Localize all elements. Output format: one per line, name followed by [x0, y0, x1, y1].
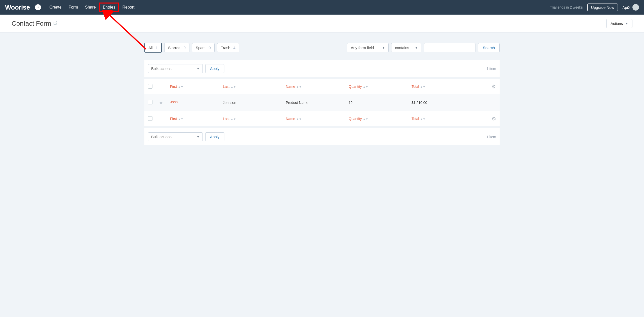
filter-tab-count: 0 — [184, 46, 186, 50]
toolbar-top: Bulk actions Apply 1 item — [144, 60, 500, 77]
bulk-actions-label: Bulk actions — [151, 135, 172, 139]
col-name[interactable]: Name▲▼ — [286, 85, 302, 89]
sort-icon: ▲▼ — [178, 85, 183, 88]
nav-report[interactable]: Report — [119, 3, 138, 12]
toolbar-bottom: Bulk actions Apply 1 item — [144, 128, 500, 145]
sort-icon: ▲▼ — [230, 85, 236, 88]
nav-items: Create Form Share Entries Report — [46, 3, 138, 12]
sort-icon: ▲▼ — [178, 117, 183, 121]
search-area: Any form field contains Search — [347, 43, 500, 52]
nav-create[interactable]: Create — [46, 3, 65, 12]
subheader: Contact Form Actions — [0, 15, 644, 33]
col-quantity[interactable]: Quantity▲▼ — [349, 85, 368, 89]
filter-tab-count: 4 — [233, 46, 235, 50]
user-menu[interactable]: ApiX — [622, 4, 639, 11]
filter-tab-all[interactable]: All 1 — [144, 43, 162, 53]
bulk-actions-select[interactable]: Bulk actions — [148, 64, 203, 73]
table-header: First▲▼ Last▲▼ Name▲▼ Quantity▲▼ Total▲▼… — [144, 79, 500, 94]
nav-entries[interactable]: Entries — [99, 3, 119, 12]
page-title: Contact Form — [12, 20, 51, 27]
entry-last: Johnson — [223, 101, 286, 105]
col-first-f[interactable]: First▲▼ — [170, 117, 183, 121]
operator-select[interactable]: contains — [391, 43, 421, 52]
filter-tab-label: All — [148, 46, 153, 50]
sort-icon: ▲▼ — [296, 85, 302, 88]
entry-total: $1,210.00 — [412, 101, 486, 105]
actions-label: Actions — [611, 21, 623, 26]
chevron-down-icon — [197, 135, 199, 138]
gear-icon[interactable]: ⚙ — [492, 116, 496, 122]
field-select-label: Any form field — [351, 46, 374, 50]
nav-share[interactable]: Share — [82, 3, 99, 12]
top-nav: Woorise Create Form Share Entries Report… — [0, 0, 644, 15]
content: All 1 Starred 0 Spam 0 Trash 4 Any form … — [144, 33, 500, 157]
sort-icon: ▲▼ — [363, 117, 368, 121]
brand-text: Woorise — [5, 4, 30, 11]
table-row: ★ John Johnson Product Name 12 $1,210.00 — [144, 94, 500, 111]
field-select[interactable]: Any form field — [347, 43, 389, 52]
table-footer: First▲▼ Last▲▼ Name▲▼ Quantity▲▼ Total▲▼… — [144, 111, 500, 126]
entry-name: Product Name — [286, 101, 349, 105]
external-link-icon[interactable] — [53, 21, 57, 26]
col-first[interactable]: First▲▼ — [170, 85, 183, 89]
filter-tab-count: 0 — [209, 46, 211, 50]
avatar — [632, 4, 639, 11]
filter-tab-label: Starred — [168, 46, 180, 50]
username: ApiX — [622, 5, 630, 10]
entries-table: First▲▼ Last▲▼ Name▲▼ Quantity▲▼ Total▲▼… — [144, 79, 500, 126]
row-checkbox[interactable] — [148, 100, 152, 104]
sort-icon: ▲▼ — [420, 117, 426, 121]
item-count-bottom: 1 item — [487, 135, 496, 139]
select-all-checkbox[interactable] — [148, 84, 152, 89]
upgrade-button[interactable]: Upgrade Now — [587, 4, 618, 11]
filter-row: All 1 Starred 0 Spam 0 Trash 4 Any form … — [144, 43, 500, 53]
col-last[interactable]: Last▲▼ — [223, 85, 236, 89]
star-icon[interactable]: ★ — [159, 100, 163, 105]
item-count: 1 item — [487, 67, 496, 71]
topnav-right: Trial ends in 2 weeks Upgrade Now ApiX — [550, 4, 639, 11]
gear-icon[interactable]: ⚙ — [492, 84, 496, 89]
col-last-f[interactable]: Last▲▼ — [223, 117, 236, 121]
entry-first-link[interactable]: John — [170, 100, 178, 104]
chevron-down-icon — [625, 22, 628, 25]
chevron-down-icon — [197, 67, 199, 70]
filter-tab-starred[interactable]: Starred 0 — [164, 43, 189, 52]
col-total[interactable]: Total▲▼ — [412, 85, 425, 89]
nav-form[interactable]: Form — [65, 3, 82, 12]
apply-button[interactable]: Apply — [205, 64, 224, 73]
back-button[interactable] — [35, 4, 41, 10]
col-name-f[interactable]: Name▲▼ — [286, 117, 302, 121]
bulk-actions-label: Bulk actions — [151, 66, 172, 71]
entry-quantity: 12 — [349, 101, 412, 105]
col-total-f[interactable]: Total▲▼ — [412, 117, 425, 121]
filter-tab-trash[interactable]: Trash 4 — [217, 43, 239, 52]
filter-tab-count: 1 — [156, 46, 158, 50]
chevron-left-icon — [36, 6, 39, 9]
trial-text: Trial ends in 2 weeks — [550, 5, 583, 9]
chevron-down-icon — [382, 46, 385, 49]
select-all-checkbox-footer[interactable] — [148, 116, 152, 121]
filter-tab-label: Trash — [221, 46, 230, 50]
sort-icon: ▲▼ — [363, 85, 368, 88]
chevron-down-icon — [415, 46, 418, 49]
brand-logo: Woorise — [5, 4, 30, 11]
apply-button-bottom[interactable]: Apply — [205, 132, 224, 141]
operator-select-label: contains — [395, 46, 409, 50]
filter-tab-label: Spam — [196, 46, 206, 50]
col-quantity-f[interactable]: Quantity▲▼ — [349, 117, 368, 121]
sort-icon: ▲▼ — [420, 85, 426, 88]
sort-icon: ▲▼ — [296, 117, 302, 121]
bulk-actions-select-bottom[interactable]: Bulk actions — [148, 132, 203, 141]
search-button[interactable]: Search — [478, 43, 500, 52]
sort-icon: ▲▼ — [230, 117, 236, 121]
filter-tab-spam[interactable]: Spam 0 — [192, 43, 215, 52]
actions-button[interactable]: Actions — [606, 19, 632, 28]
search-input[interactable] — [424, 43, 475, 52]
